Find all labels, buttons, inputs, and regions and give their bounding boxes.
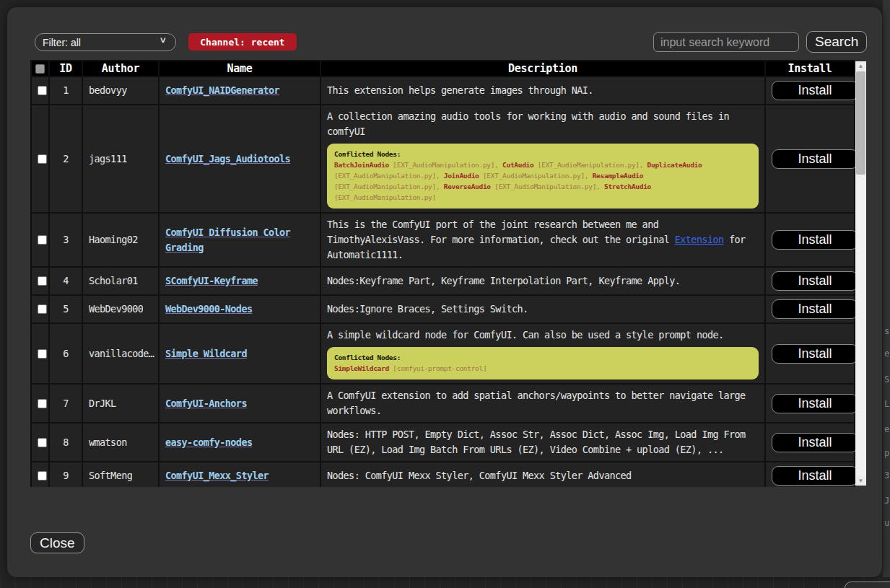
description-text: This extension helps generate images thr… — [327, 83, 759, 98]
background-edge-glyph: 3 — [884, 470, 889, 481]
description-cell: This extension helps generate images thr… — [320, 76, 765, 105]
background-edge-glyph: e — [884, 348, 889, 359]
author-cell: SoftMeng — [82, 462, 159, 487]
extension-name-link[interactable]: SComfyUI-Keyframe — [165, 275, 258, 286]
install-cell: Install — [765, 295, 855, 323]
filter-select[interactable]: Filter: all — [35, 33, 176, 51]
screen: seSLep3Ju Filter: all ˅ Channel: recent … — [0, 0, 890, 588]
custom-nodes-install-dialog: Filter: all ˅ Channel: recent Search ID — [7, 7, 882, 577]
install-button[interactable]: Install — [772, 394, 858, 413]
name-cell: ComfyUI_Mexx_Styler — [159, 462, 320, 487]
table-row: 4Scholar01SComfyUI-KeyframeNodes:Keyfram… — [31, 267, 855, 295]
extension-name-link[interactable]: Simple Wildcard — [165, 348, 247, 359]
extension-name-link[interactable]: ComfyUI_Jags_Audiotools — [165, 153, 290, 164]
description-inline-link[interactable]: Extension — [675, 234, 724, 245]
install-button[interactable]: Install — [772, 299, 858, 319]
id-cell: 3 — [49, 213, 82, 267]
install-button[interactable]: Install — [772, 344, 858, 364]
table-row: 6vanillacode314Simple WildcardA simple w… — [31, 323, 855, 384]
description-cell: A collection amazing audio tools for wor… — [320, 105, 765, 213]
extension-name-link[interactable]: ComfyUI-Anchors — [165, 398, 247, 409]
custom-nodes-table: ID Author Name Description Install 1bedo… — [30, 60, 855, 487]
install-button[interactable]: Install — [772, 433, 858, 452]
row-checkbox[interactable] — [38, 438, 47, 447]
background-edge-glyph: L — [884, 399, 889, 409]
row-checkbox[interactable] — [38, 276, 47, 286]
id-cell: 9 — [49, 462, 82, 487]
author-text: WebDev9000 — [89, 302, 143, 317]
id-cell: 5 — [49, 295, 82, 323]
row-checkbox[interactable] — [38, 154, 47, 164]
checkbox-cell — [31, 295, 49, 323]
extension-name-link[interactable]: easy-comfy-nodes — [165, 436, 252, 448]
table-row: 1bedovyyComfyUI_NAIDGeneratorThis extens… — [31, 76, 855, 105]
background-panel-corner — [845, 582, 890, 588]
conflict-node-source: [EXT_AudioManipulation.py], — [389, 161, 502, 169]
conflicted-nodes-box: Conflicted Nodes:BatchJoinAudio [EXT_Aud… — [327, 144, 759, 209]
search-input[interactable] — [653, 32, 799, 52]
description-text: Nodes: ComfyUI Mexx Styler, ComfyUI Mexx… — [327, 468, 759, 483]
description-cell: Nodes: ComfyUI Mexx Styler, ComfyUI Mexx… — [320, 462, 765, 487]
conflict-node-name: SimpleWildcard — [334, 364, 389, 372]
table-row: 8wmatsoneasy-comfy-nodesNodes: HTTP POST… — [31, 423, 855, 462]
author-cell: jags111 — [82, 105, 159, 213]
name-cell: Simple Wildcard — [159, 323, 320, 384]
background-canvas-strip — [0, 577, 890, 588]
checkbox-cell — [31, 323, 49, 384]
column-header-name: Name — [159, 61, 320, 76]
channel-badge[interactable]: Channel: recent — [188, 33, 297, 51]
table-row: 9SoftMengComfyUI_Mexx_StylerNodes: Comfy… — [31, 462, 855, 487]
row-checkbox[interactable] — [38, 235, 47, 245]
row-checkbox[interactable] — [38, 349, 47, 359]
author-text: Scholar01 — [89, 273, 138, 289]
install-cell: Install — [765, 267, 855, 295]
close-button[interactable]: Close — [30, 532, 84, 553]
install-cell: Install — [765, 423, 855, 462]
id-cell: 1 — [49, 76, 82, 105]
checkbox-cell — [31, 384, 49, 423]
id-cell: 6 — [49, 323, 82, 384]
checkbox-cell — [31, 267, 49, 295]
install-button[interactable]: Install — [772, 271, 858, 291]
extension-name-link[interactable]: ComfyUI_Mexx_Styler — [165, 470, 269, 481]
search-button[interactable]: Search — [806, 31, 867, 53]
install-button[interactable]: Install — [772, 466, 858, 486]
install-cell: Install — [765, 384, 855, 423]
conflict-node-source: [EXT_AudioManipulation.py], — [491, 183, 604, 190]
author-text: bedovyy — [89, 83, 127, 98]
id-cell: 7 — [49, 384, 82, 423]
table-header-row: ID Author Name Description Install — [31, 61, 855, 76]
background-edge-glyph: e — [884, 424, 889, 434]
install-button[interactable]: Install — [772, 230, 858, 250]
conflict-node-name: CutAudio — [502, 161, 533, 169]
row-checkbox[interactable] — [38, 399, 47, 408]
description-cell: A simple wildcard node for ComfyUI. Can … — [320, 323, 765, 384]
row-checkbox[interactable] — [38, 304, 47, 314]
scrollbar-thumb[interactable] — [856, 71, 865, 175]
install-button[interactable]: Install — [772, 149, 858, 169]
description-cell: Nodes:Keyframe Part, Keyframe Interpolat… — [320, 267, 765, 295]
background-edge-glyph: J — [884, 496, 889, 506]
table-row: 5WebDev9000WebDev9000-NodesNodes:Ignore … — [31, 295, 855, 323]
table-scrollbar[interactable]: ▲ ▼ — [855, 61, 866, 486]
select-all-checkbox[interactable] — [35, 64, 45, 74]
scrollbar-up-arrow-icon[interactable]: ▲ — [855, 61, 866, 71]
conflict-node-name: ResampleAudio — [593, 172, 643, 180]
scrollbar-down-arrow-icon[interactable]: ▼ — [855, 476, 866, 486]
author-cell: bedovyy — [82, 76, 159, 105]
description-text: This is the ComfyUI port of the joint re… — [327, 217, 759, 263]
extension-name-link[interactable]: WebDev9000-Nodes — [165, 303, 252, 315]
row-checkbox[interactable] — [38, 86, 47, 95]
conflicted-nodes-title: Conflicted Nodes: — [334, 149, 751, 159]
name-cell: ComfyUI_NAIDGenerator — [159, 76, 320, 105]
checkbox-cell — [31, 213, 49, 267]
conflict-node-source: [EXT_AudioManipulation.py], — [533, 161, 647, 169]
row-checkbox[interactable] — [38, 471, 47, 481]
install-button[interactable]: Install — [772, 81, 858, 100]
author-text: DrJKL — [89, 396, 116, 411]
description-text: A collection amazing audio tools for wor… — [327, 109, 759, 139]
description-text: Nodes: HTTP POST, Empty Dict, Assoc Str,… — [327, 427, 759, 457]
extension-name-link[interactable]: ComfyUI_NAIDGenerator — [165, 84, 279, 96]
extension-name-link[interactable]: ComfyUI Diffusion Color Grading — [165, 227, 290, 253]
background-edge-glyph: s — [884, 326, 889, 336]
